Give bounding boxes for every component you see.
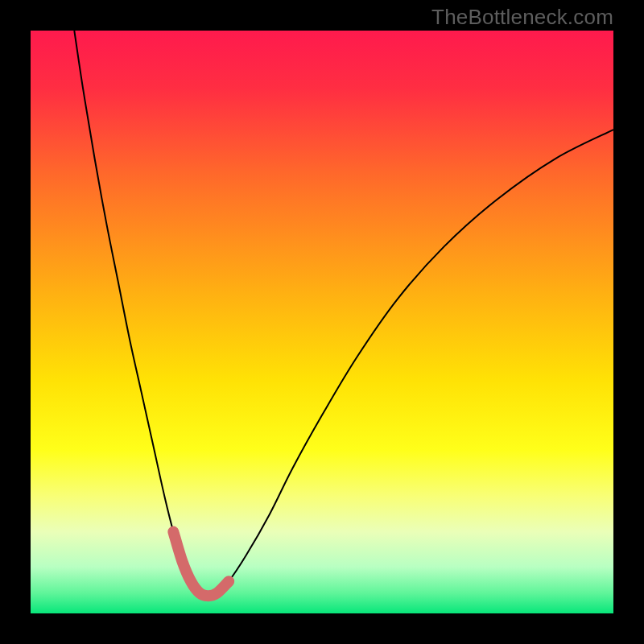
plot-area <box>31 31 613 613</box>
watermark-text: TheBottleneck.com <box>431 5 613 30</box>
chart-canvas <box>31 31 613 613</box>
chart-frame: TheBottleneck.com <box>0 0 644 644</box>
gradient-background <box>31 31 613 613</box>
